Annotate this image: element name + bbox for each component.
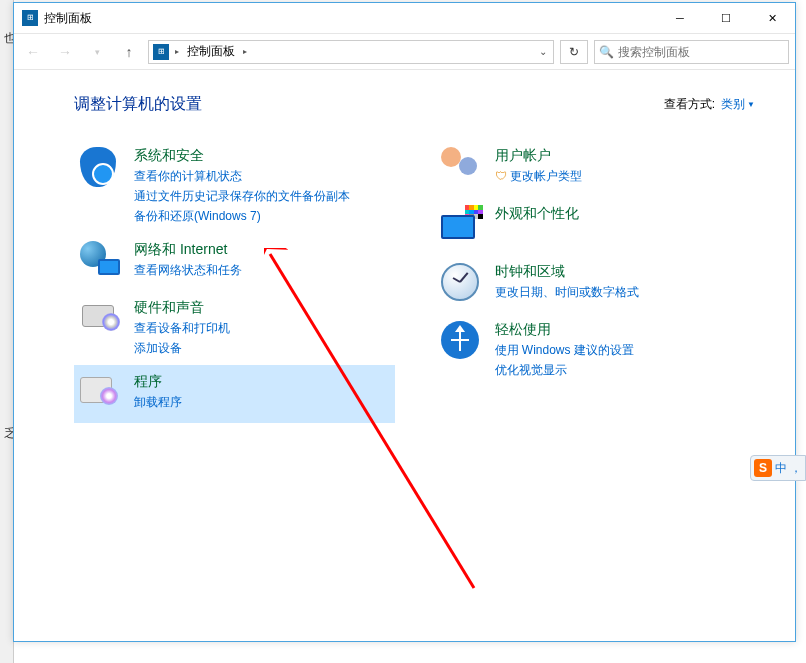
globe-icon (80, 241, 122, 283)
ease-icon (441, 321, 483, 363)
category-appearance[interactable]: 外观和个性化 (435, 197, 756, 255)
page-heading: 调整计算机的设置 (74, 94, 202, 115)
category-title[interactable]: 轻松使用 (495, 321, 634, 339)
forward-button[interactable]: → (52, 39, 78, 65)
address-box[interactable]: ⊞ ▸ 控制面板 ▸ ⌄ (148, 40, 554, 64)
printer-icon (80, 299, 122, 341)
address-icon: ⊞ (153, 44, 169, 60)
users-icon (441, 147, 483, 189)
programs-icon (80, 373, 122, 415)
category-programs[interactable]: 程序 卸载程序 (74, 365, 395, 423)
ime-punct-toggle[interactable]: ， (790, 460, 802, 477)
recent-dropdown[interactable]: ▾ (84, 39, 110, 65)
category-link[interactable]: 使用 Windows 建议的设置 (495, 342, 634, 359)
category-title[interactable]: 时钟和区域 (495, 263, 639, 281)
category-ease-of-access[interactable]: 轻松使用 使用 Windows 建议的设置 优化视觉显示 (435, 313, 756, 387)
category-network-internet[interactable]: 网络和 Internet 查看网络状态和任务 (74, 233, 395, 291)
category-link[interactable]: 查看你的计算机状态 (134, 168, 350, 185)
refresh-button[interactable]: ↻ (560, 40, 588, 64)
category-title[interactable]: 网络和 Internet (134, 241, 242, 259)
view-by-dropdown[interactable]: 类别 ▼ (721, 96, 755, 113)
address-bar: ← → ▾ ↑ ⊞ ▸ 控制面板 ▸ ⌄ ↻ 🔍 (14, 34, 795, 70)
shield-icon (80, 147, 122, 189)
category-link[interactable]: 通过文件历史记录保存你的文件备份副本 (134, 188, 350, 205)
control-panel-window: ⊞ 控制面板 ─ ☐ ✕ ← → ▾ ↑ ⊞ ▸ 控制面板 ▸ ⌄ ↻ 🔍 调整… (13, 2, 796, 642)
category-link[interactable]: 更改日期、时间或数字格式 (495, 284, 639, 301)
search-input[interactable] (618, 45, 784, 59)
ime-lang-toggle[interactable]: 中 (775, 460, 787, 477)
category-system-security[interactable]: 系统和安全 查看你的计算机状态 通过文件历史记录保存你的文件备份副本 备份和还原… (74, 139, 395, 233)
appearance-icon (441, 205, 483, 247)
category-link[interactable]: 🛡更改帐户类型 (495, 168, 582, 185)
category-link[interactable]: 查看网络状态和任务 (134, 262, 242, 279)
category-user-accounts[interactable]: 用户帐户 🛡更改帐户类型 (435, 139, 756, 197)
category-link[interactable]: 添加设备 (134, 340, 230, 357)
breadcrumb-sep-2: ▸ (241, 47, 249, 56)
view-by-control: 查看方式: 类别 ▼ (664, 96, 755, 113)
close-button[interactable]: ✕ (749, 3, 795, 33)
window-title: 控制面板 (44, 10, 657, 27)
address-dropdown[interactable]: ⌄ (533, 46, 553, 57)
category-link[interactable]: 备份和还原(Windows 7) (134, 208, 350, 225)
category-title[interactable]: 用户帐户 (495, 147, 582, 165)
category-clock-region[interactable]: 时钟和区域 更改日期、时间或数字格式 (435, 255, 756, 313)
search-box[interactable]: 🔍 (594, 40, 789, 64)
category-hardware-sound[interactable]: 硬件和声音 查看设备和打印机 添加设备 (74, 291, 395, 365)
breadcrumb-sep: ▸ (173, 47, 181, 56)
ime-toolbar[interactable]: S 中 ， (750, 455, 806, 481)
back-button[interactable]: ← (20, 39, 46, 65)
control-panel-icon: ⊞ (22, 10, 38, 26)
search-icon: 🔍 (599, 45, 614, 59)
category-title[interactable]: 程序 (134, 373, 182, 391)
category-link[interactable]: 查看设备和打印机 (134, 320, 230, 337)
content-area: 调整计算机的设置 查看方式: 类别 ▼ 系统和安全 查看你的计算机状态 通过文件… (14, 70, 795, 641)
minimize-button[interactable]: ─ (657, 3, 703, 33)
category-title[interactable]: 硬件和声音 (134, 299, 230, 317)
shield-badge-icon: 🛡 (495, 169, 507, 183)
clock-icon (441, 263, 483, 305)
category-link[interactable]: 卸载程序 (134, 394, 182, 411)
category-title[interactable]: 系统和安全 (134, 147, 350, 165)
chevron-down-icon: ▼ (747, 100, 755, 109)
ime-brand-icon[interactable]: S (754, 459, 772, 477)
up-button[interactable]: ↑ (116, 39, 142, 65)
category-title[interactable]: 外观和个性化 (495, 205, 579, 223)
category-link[interactable]: 优化视觉显示 (495, 362, 634, 379)
maximize-button[interactable]: ☐ (703, 3, 749, 33)
breadcrumb-control-panel[interactable]: 控制面板 (181, 41, 241, 63)
titlebar: ⊞ 控制面板 ─ ☐ ✕ (14, 3, 795, 34)
view-by-label: 查看方式: (664, 96, 715, 113)
